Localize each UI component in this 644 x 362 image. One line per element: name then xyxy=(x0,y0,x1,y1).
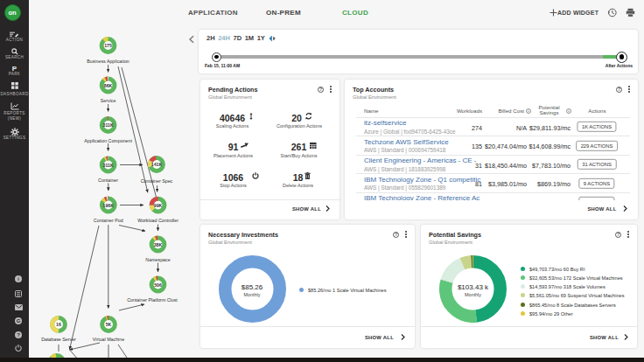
svg-text:506: 506 xyxy=(154,282,162,288)
svg-text:Database Server: Database Server xyxy=(41,337,76,342)
svg-text:141K: 141K xyxy=(151,162,163,167)
svg-text:86K: 86K xyxy=(104,83,113,88)
svg-text:Container Pod: Container Pod xyxy=(94,218,123,223)
svg-text:311K: 311K xyxy=(103,163,114,168)
svg-text:Business Application: Business Application xyxy=(87,59,130,64)
svg-text:99K: 99K xyxy=(154,203,163,208)
svg-text:196K: 196K xyxy=(103,203,115,208)
svg-text:Workload Controller: Workload Controller xyxy=(137,218,178,223)
svg-text:Container Platform Clust: Container Platform Clust xyxy=(127,297,178,303)
svg-text:Service: Service xyxy=(101,98,116,103)
svg-text:Virtual Machine: Virtual Machine xyxy=(93,337,124,342)
svg-text:175: 175 xyxy=(104,43,112,48)
svg-text:311K: 311K xyxy=(103,122,114,128)
svg-text:Container Spec: Container Spec xyxy=(141,178,173,184)
svg-text:Application Component: Application Component xyxy=(84,138,132,143)
svg-text:16: 16 xyxy=(56,322,61,327)
svg-text:5K: 5K xyxy=(106,322,112,327)
svg-text:Container: Container xyxy=(98,178,118,183)
svg-text:Namespace: Namespace xyxy=(145,257,170,262)
svg-text:38K: 38K xyxy=(154,242,163,247)
